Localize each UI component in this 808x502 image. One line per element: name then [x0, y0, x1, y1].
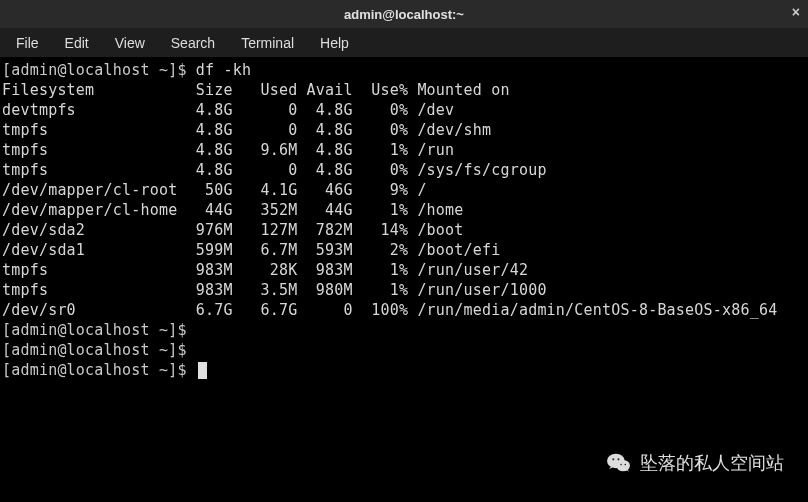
df-row: /dev/sda1 599M 6.7M 593M 2% /boot/efi	[2, 240, 806, 260]
svg-point-5	[624, 464, 626, 466]
menu-search[interactable]: Search	[159, 31, 227, 55]
watermark-text: 坠落的私人空间站	[640, 451, 784, 475]
df-row: tmpfs 983M 28K 983M 1% /run/user/42	[2, 260, 806, 280]
prompt-line: [admin@localhost ~]$ df -kh	[2, 60, 806, 80]
menu-edit[interactable]: Edit	[53, 31, 101, 55]
menubar: File Edit View Search Terminal Help	[0, 28, 808, 58]
menu-view[interactable]: View	[103, 31, 157, 55]
cursor	[198, 362, 207, 379]
df-row: /dev/mapper/cl-root 50G 4.1G 46G 9% /	[2, 180, 806, 200]
menu-terminal[interactable]: Terminal	[229, 31, 306, 55]
df-row: tmpfs 4.8G 9.6M 4.8G 1% /run	[2, 140, 806, 160]
df-row: /dev/sr0 6.7G 6.7G 0 100% /run/media/adm…	[2, 300, 806, 320]
watermark: 坠落的私人空间站	[606, 450, 784, 476]
svg-point-4	[620, 464, 622, 466]
svg-point-1	[616, 460, 630, 471]
df-row: tmpfs 4.8G 0 4.8G 0% /dev/shm	[2, 120, 806, 140]
df-row: /dev/mapper/cl-home 44G 352M 44G 1% /hom…	[2, 200, 806, 220]
svg-point-3	[617, 458, 619, 460]
wechat-icon	[606, 450, 632, 476]
df-row: devtmpfs 4.8G 0 4.8G 0% /dev	[2, 100, 806, 120]
terminal-output[interactable]: [admin@localhost ~]$ df -khFilesystem Si…	[0, 58, 808, 382]
df-header: Filesystem Size Used Avail Use% Mounted …	[2, 80, 806, 100]
prompt-line: [admin@localhost ~]$	[2, 320, 806, 340]
close-icon[interactable]: ×	[792, 4, 800, 20]
menu-help[interactable]: Help	[308, 31, 361, 55]
prompt-line: [admin@localhost ~]$	[2, 340, 806, 360]
df-row: tmpfs 983M 3.5M 980M 1% /run/user/1000	[2, 280, 806, 300]
svg-point-2	[612, 458, 614, 460]
prompt-line: [admin@localhost ~]$	[2, 360, 806, 380]
df-row: tmpfs 4.8G 0 4.8G 0% /sys/fs/cgroup	[2, 160, 806, 180]
window-titlebar: admin@localhost:~ ×	[0, 0, 808, 28]
window-title: admin@localhost:~	[344, 7, 464, 22]
menu-file[interactable]: File	[4, 31, 51, 55]
df-row: /dev/sda2 976M 127M 782M 14% /boot	[2, 220, 806, 240]
